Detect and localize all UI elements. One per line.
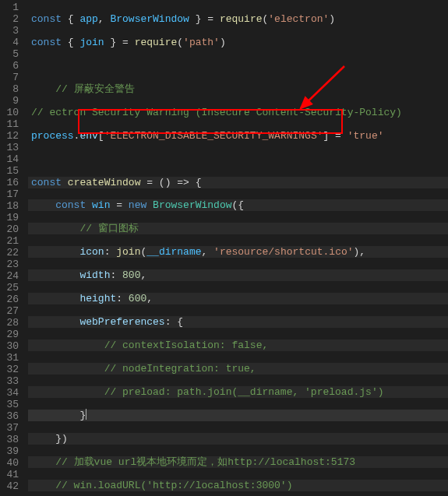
line-number: 8 (6, 83, 19, 95)
line-number: 3 (6, 25, 19, 37)
code-line[interactable] (28, 153, 448, 165)
code-line[interactable]: const win = new BrowserWindow({ (28, 199, 448, 211)
line-number: 42 (6, 480, 19, 492)
code-line[interactable]: }) (28, 433, 448, 445)
line-number: 26 (6, 294, 19, 305)
line-number: 2 (6, 13, 19, 25)
line-number: 5 (6, 48, 19, 60)
line-number: 40 (6, 457, 19, 469)
code-line[interactable] (28, 60, 448, 72)
line-number: 9 (6, 95, 19, 107)
code-line-active[interactable]: } (28, 410, 448, 421)
line-number: 15 (6, 165, 19, 177)
line-number: 12 (6, 130, 19, 142)
line-number: 35 (6, 399, 19, 410)
line-number: 21 (6, 235, 19, 247)
line-number: 20 (6, 223, 19, 235)
code-line[interactable]: const { join } = require('path') (28, 37, 448, 48)
code-line[interactable]: // ectron Security Warning (Insecure Con… (28, 107, 448, 118)
line-number: 7 (6, 72, 19, 83)
code-line[interactable]: icon: join(__dirname, 'resource/shortcut… (28, 246, 448, 258)
line-number: 29 (6, 329, 19, 340)
line-number: 24 (6, 270, 19, 282)
line-number: 4 (6, 37, 19, 48)
line-number: 17 (6, 188, 19, 200)
line-number: 32 (6, 364, 19, 375)
line-number: 39 (6, 445, 19, 457)
line-number: 38 (6, 434, 19, 445)
line-number: 33 (6, 375, 19, 387)
line-number: 1 (6, 2, 19, 13)
code-line[interactable]: // 窗口图标 (28, 223, 448, 234)
code-line[interactable]: // preload: path.join(__dirname, 'preloa… (28, 386, 448, 398)
code-line[interactable]: process.env['ELECTRON_DISABLE_SECURITY_W… (28, 130, 448, 142)
line-number: 27 (6, 305, 19, 317)
line-number: 14 (6, 153, 19, 165)
line-number: 28 (6, 317, 19, 329)
line-number: 22 (6, 247, 19, 259)
code-line[interactable]: // 屏蔽安全警告 (28, 83, 448, 95)
line-number: 11 (6, 118, 19, 130)
line-number: 41 (6, 469, 19, 480)
code-line[interactable]: width: 800, (28, 269, 448, 281)
code-editor[interactable]: 1 2 3 4 5 6 7 8 9 10 11 12 13 14 15 16 1… (0, 0, 448, 496)
code-line[interactable]: // 加载vue url视本地环境而定，如http://localhost:51… (28, 456, 448, 468)
code-line[interactable]: const createWindow = () => { (28, 177, 448, 188)
line-number: 19 (6, 212, 19, 223)
line-number: 34 (6, 387, 19, 399)
code-line[interactable]: // win.loadURL('http://localhost:3000') (28, 480, 448, 491)
code-content[interactable]: const { app, BrowserWindow } = require('… (28, 0, 448, 496)
line-number: 31 (6, 352, 19, 364)
code-line[interactable]: height: 600, (28, 293, 448, 304)
code-line[interactable]: const { app, BrowserWindow } = require('… (28, 13, 448, 25)
line-number: 6 (6, 60, 19, 72)
code-line[interactable]: // nodeIntegration: true, (28, 363, 448, 375)
line-number-gutter: 1 2 3 4 5 6 7 8 9 10 11 12 13 14 15 16 1… (0, 0, 28, 496)
line-number: 16 (6, 177, 19, 188)
line-number: 18 (6, 200, 19, 212)
line-number: 36 (6, 410, 19, 422)
line-number: 25 (6, 282, 19, 294)
code-line[interactable]: // contextIsolation: false, (28, 339, 448, 351)
line-number: 13 (6, 142, 19, 153)
line-number: 23 (6, 259, 19, 270)
text-cursor (86, 409, 86, 420)
line-number: 10 (6, 107, 19, 118)
code-line[interactable]: webPreferences: { (28, 316, 448, 328)
line-number: 37 (6, 422, 19, 434)
line-number: 30 (6, 340, 19, 352)
